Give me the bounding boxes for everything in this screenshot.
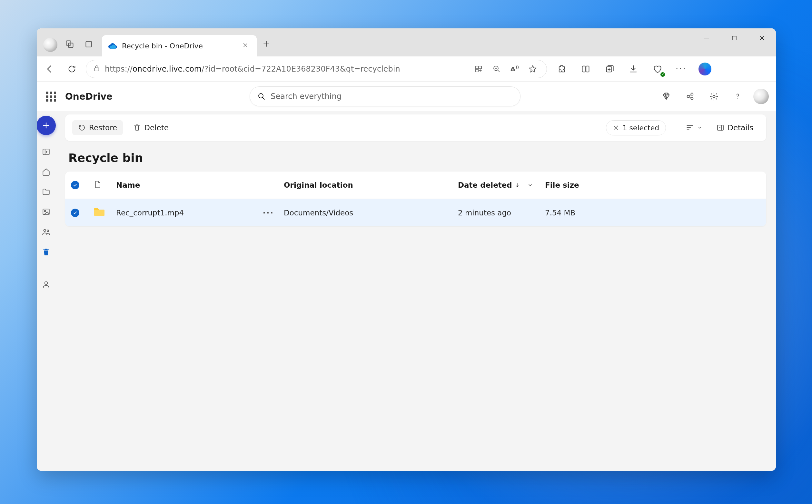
window-close-button[interactable] [748,28,776,48]
tab-actions-icon[interactable] [82,37,95,52]
svg-point-20 [44,229,46,232]
app-brand[interactable]: OneDrive [65,91,113,102]
details-label: Details [728,124,753,132]
address-bar[interactable]: https://onedrive.live.com/?id=root&cid=7… [86,60,547,78]
nav-home-icon[interactable] [40,165,53,178]
chevron-down-icon [697,125,702,130]
svg-rect-6 [479,66,481,69]
svg-rect-17 [43,149,49,154]
row-checkbox[interactable] [71,209,79,217]
column-name[interactable]: Name [116,181,284,189]
add-new-button[interactable] [37,116,56,135]
row-name-cell: Rec_corrupt1.mp4 ··· [116,209,284,217]
browser-toolbar: https://onedrive.live.com/?id=root&cid=7… [37,56,776,82]
settings-icon[interactable] [706,88,722,105]
search-icon [258,93,265,100]
premium-icon[interactable] [658,88,675,105]
nav-separator [41,268,51,268]
window-maximize-button[interactable] [720,28,748,48]
new-tab-button[interactable] [257,35,276,54]
app-header: OneDrive [37,82,776,111]
column-original-location[interactable]: Original location [284,181,458,189]
selected-count: 1 selected [622,124,659,132]
copilot-button[interactable] [696,60,714,78]
nav-people-icon[interactable] [40,278,53,291]
row-file-size: 7.54 MB [545,209,760,217]
extensions-icon[interactable] [553,60,571,78]
restore-label: Restore [89,124,117,132]
favorite-icon[interactable] [526,65,540,73]
browser-tab[interactable]: Recycle bin - OneDrive [102,35,257,56]
restore-button[interactable]: Restore [72,120,123,135]
svg-point-19 [45,211,46,212]
table-row[interactable]: Rec_corrupt1.mp4 ··· Documents/Videos 2 … [65,199,766,226]
svg-rect-4 [95,68,99,71]
select-all-checkbox[interactable] [71,181,79,189]
details-button[interactable]: Details [711,120,759,135]
browser-profile-avatar[interactable] [43,38,57,52]
restore-icon [78,124,86,132]
delete-label: Delete [144,124,169,132]
folder-icon [94,207,116,218]
read-aloud-icon[interactable]: A)) [508,65,521,73]
table-header: Name Original location Date deleted File… [65,172,766,199]
performance-icon[interactable]: ✓ [648,60,666,78]
svg-rect-2 [86,41,91,47]
search-input[interactable] [271,92,512,101]
column-file-size[interactable]: File size [545,181,760,189]
tab-close-button[interactable] [241,40,250,51]
svg-rect-10 [586,66,589,72]
sort-button[interactable] [682,120,706,135]
row-original-location: Documents/Videos [284,209,458,217]
workspaces-icon[interactable] [63,37,77,53]
svg-rect-23 [718,125,723,130]
more-icon[interactable]: ··· [672,60,690,78]
clear-selection-button[interactable]: 1 selected [606,120,666,135]
svg-rect-3 [732,36,736,40]
svg-point-16 [713,95,715,98]
page-title: Recycle bin [68,151,763,164]
share-icon[interactable] [682,88,698,105]
window-minimize-button[interactable] [693,28,720,48]
onedrive-favicon-icon [108,41,117,50]
sort-icon [686,124,694,132]
file-name: Rec_corrupt1.mp4 [116,209,184,217]
app-launcher-button[interactable] [44,89,58,104]
svg-rect-7 [476,69,478,72]
nav-expand-icon[interactable] [40,145,53,158]
refresh-button[interactable] [64,61,80,77]
browser-tab-title: Recycle bin - OneDrive [122,42,236,50]
svg-rect-18 [43,209,49,214]
account-avatar[interactable] [753,89,769,104]
svg-point-22 [45,282,48,284]
column-type-icon[interactable] [94,180,116,191]
command-bar: Restore Delete 1 selected [65,114,766,141]
file-list: Name Original location Date deleted File… [65,172,766,226]
search-bar[interactable] [250,86,520,106]
trash-icon [133,124,141,132]
delete-button[interactable]: Delete [127,120,174,135]
svg-rect-9 [582,66,585,72]
row-more-button[interactable]: ··· [263,209,274,217]
x-icon [613,124,619,131]
nav-rail [37,111,55,471]
nav-photos-icon[interactable] [40,205,53,218]
nav-shared-icon[interactable] [40,225,53,238]
main-content: Restore Delete 1 selected [55,111,776,471]
separator [674,121,674,135]
nav-files-icon[interactable] [40,185,53,198]
downloads-icon[interactable] [624,60,642,78]
help-icon[interactable] [729,88,746,105]
browser-window: Recycle bin - OneDrive https://onedrive.… [37,28,776,471]
back-button[interactable] [42,61,58,77]
collections-icon[interactable] [600,60,619,78]
site-lock-icon[interactable] [93,64,100,74]
app-body: Restore Delete 1 selected [37,111,776,471]
apps-icon[interactable] [472,65,485,73]
browser-titlebar: Recycle bin - OneDrive [37,28,776,56]
nav-recycle-bin-icon[interactable] [40,245,53,258]
sort-desc-icon [515,183,520,188]
split-screen-icon[interactable] [577,60,595,78]
zoom-out-icon[interactable] [490,65,503,73]
column-date-deleted[interactable]: Date deleted [458,181,545,189]
